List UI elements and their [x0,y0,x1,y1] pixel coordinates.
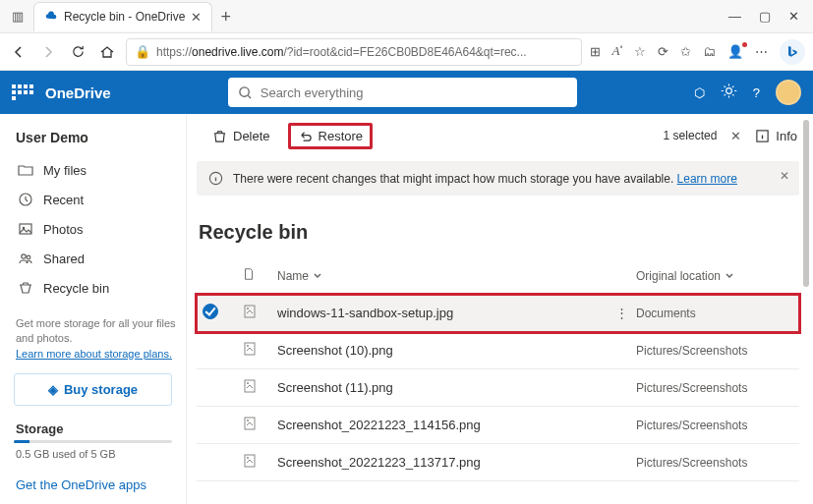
profile-icon[interactable]: 👤 [727,44,743,59]
table-header: Name Original location [197,257,799,295]
file-table: Name Original location windows-11-sandbo… [197,257,799,481]
file-name: Screenshot_20221223_114156.png [277,418,607,432]
command-bar: Delete Restore 1 selected ✕ Info [187,114,813,157]
file-name: Screenshot (10).png [277,343,607,358]
undo-icon [298,129,313,143]
url-text: https://onedrive.live.com/?id=root&cid=F… [156,45,527,59]
svg-point-11 [247,345,249,347]
svg-rect-8 [245,306,255,317]
table-row[interactable]: windows-11-sandbox-setup.jpg⋮Documents [197,295,799,332]
nav-label: Shared [43,252,85,266]
restore-button[interactable]: Restore [288,123,374,149]
app-launcher-icon[interactable] [12,84,33,100]
file-icon [242,378,277,397]
row-checkbox[interactable] [203,304,242,322]
nav-shared[interactable]: Shared [14,244,186,273]
search-icon [238,85,253,100]
home-button[interactable] [96,44,118,60]
svg-point-4 [22,254,26,258]
chevron-down-icon [725,271,734,281]
sync-icon[interactable]: ⟳ [658,44,668,59]
table-row[interactable]: Screenshot (11).png⋮Pictures/Screenshots [197,369,799,407]
read-aloud-icon[interactable]: ⊞ [590,44,601,59]
favorites-bar-icon[interactable]: ✩ [680,44,691,59]
suite-header: OneDrive ⬡ ? [0,71,813,114]
folder-icon [18,162,33,178]
scrollbar[interactable] [801,114,811,504]
refresh-button[interactable] [67,44,88,59]
file-name: Screenshot (11).png [277,380,607,395]
svg-rect-16 [245,455,255,467]
table-row[interactable]: Screenshot (10).png⋮Pictures/Screenshots [197,332,799,369]
nav-label: Recycle bin [43,281,109,296]
search-box[interactable] [228,78,577,107]
settings-icon[interactable] [721,83,737,102]
selection-count: 1 selected [664,129,718,142]
table-row[interactable]: Screenshot_20221223_114156.png⋮Pictures/… [197,407,799,444]
row-checkbox[interactable] [203,416,242,434]
browser-tab[interactable]: Recycle bin - OneDrive ✕ [33,2,212,31]
file-location: Documents [636,307,793,320]
file-type-header-icon[interactable] [242,267,277,284]
tab-close-icon[interactable]: ✕ [191,10,202,25]
banner-close-icon[interactable]: ✕ [780,169,789,183]
back-button[interactable] [8,44,29,60]
table-row[interactable]: Screenshot_20221223_113717.png⋮Pictures/… [197,444,799,481]
row-checkbox[interactable] [203,378,242,397]
get-apps-link[interactable]: Get the OneDrive apps [16,477,186,492]
info-circle-icon [208,171,223,186]
col-location-header[interactable]: Original location [636,269,793,283]
storage-plans-link[interactable]: Learn more about storage plans. [16,348,172,360]
file-icon [242,304,277,322]
svg-rect-12 [245,380,255,392]
new-tab-button[interactable]: + [220,8,231,26]
nav-photos[interactable]: Photos [14,214,186,244]
help-icon[interactable]: ? [753,85,760,100]
premium-icon[interactable]: ⬡ [694,85,705,100]
more-icon[interactable]: ⋯ [755,44,768,59]
forward-button [37,44,59,60]
row-checkbox[interactable] [203,453,242,472]
bing-button[interactable] [780,39,805,65]
svg-point-9 [247,308,249,309]
clear-selection-icon[interactable]: ✕ [725,129,747,143]
file-location: Pictures/Screenshots [636,456,793,470]
text-size-icon[interactable]: Aⁿ [612,43,622,59]
nav-recycle-bin[interactable]: Recycle bin [14,273,186,303]
recycle-icon [18,280,33,296]
svg-rect-10 [245,343,255,355]
collections-icon[interactable]: 🗂 [703,44,716,59]
window-minimize-icon[interactable]: — [728,9,741,24]
brand-label[interactable]: OneDrive [45,84,111,101]
svg-point-17 [247,457,249,459]
file-location: Pictures/Screenshots [636,419,793,432]
row-checkbox[interactable] [203,341,242,360]
account-avatar[interactable] [776,80,801,105]
user-name: User Demo [16,130,186,145]
svg-rect-14 [245,418,255,429]
window-close-icon[interactable]: ✕ [788,9,799,24]
nav-recent[interactable]: Recent [14,185,186,214]
row-more-icon[interactable]: ⋮ [607,306,636,320]
favorite-icon[interactable]: ☆ [634,44,646,59]
storage-usage: 0.5 GB used of 5 GB [16,448,186,460]
storage-heading: Storage [16,421,186,436]
nav-my-files[interactable]: My files [14,155,186,185]
file-name: Screenshot_20221223_113717.png [277,455,607,470]
lock-icon: 🔒 [135,44,150,59]
window-maximize-icon[interactable]: ▢ [759,9,771,24]
search-input[interactable] [261,85,567,100]
buy-storage-button[interactable]: ◈ Buy storage [14,373,172,406]
file-name: windows-11-sandbox-setup.jpg [277,306,607,320]
banner-learn-more-link[interactable]: Learn more [677,172,737,186]
tab-list-icon[interactable]: ▥ [6,9,29,24]
nav-label: Photos [43,222,83,237]
col-name-header[interactable]: Name [277,269,607,283]
info-button[interactable]: Info [755,129,797,143]
trash-icon [212,129,227,143]
storage-banner: There were recent changes that might imp… [197,161,799,196]
delete-button[interactable]: Delete [203,123,280,149]
address-bar[interactable]: 🔒 https://onedrive.live.com/?id=root&cid… [126,38,582,66]
svg-point-5 [27,255,30,259]
nav-label: Recent [43,193,84,207]
